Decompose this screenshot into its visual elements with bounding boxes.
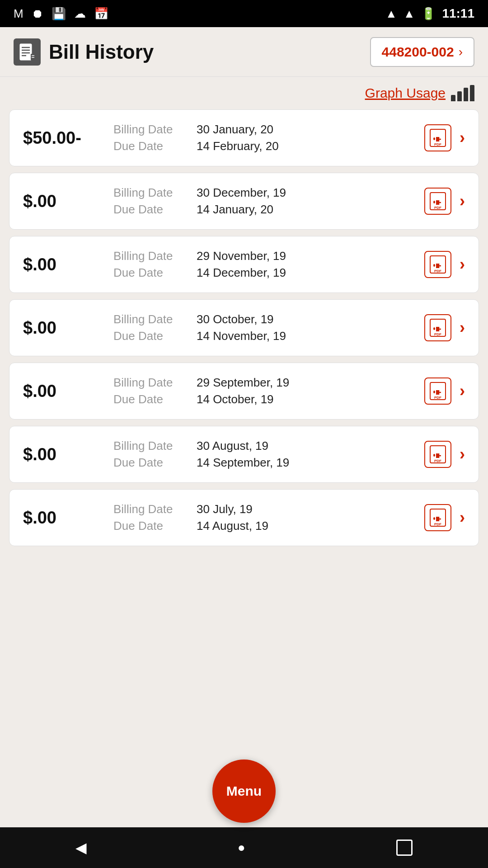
pdf-icon[interactable]: PDF: [424, 251, 451, 278]
status-icons-left: M ⏺ 💾 ☁ 📅: [14, 7, 108, 21]
signal-icon: ▲: [404, 7, 415, 21]
bill-actions: PDF ›: [424, 504, 465, 531]
bill-actions: PDF ›: [424, 251, 465, 278]
bar-chart-icon: [451, 85, 474, 101]
billing-date-value: 30 January, 20: [197, 123, 273, 137]
pdf-icon[interactable]: PDF: [424, 504, 451, 531]
bills-list: $50.00- Billing Date 30 January, 20 Due …: [0, 105, 488, 868]
bill-chevron-icon: ›: [460, 255, 465, 274]
bill-amount: $.00: [23, 445, 104, 464]
billing-date-row: Billing Date 29 September, 19: [113, 376, 415, 390]
pdf-icon[interactable]: PDF: [424, 188, 451, 215]
due-date-value: 14 February, 20: [197, 139, 279, 153]
billing-date-value: 29 November, 19: [197, 249, 286, 263]
recents-button[interactable]: [396, 840, 413, 856]
bill-card[interactable]: $.00 Billing Date 29 November, 19 Due Da…: [9, 236, 479, 293]
due-date-row: Due Date 14 January, 20: [113, 203, 415, 217]
svg-text:PDF: PDF: [434, 206, 441, 210]
billing-date-label: Billing Date: [113, 502, 190, 516]
due-date-label: Due Date: [113, 456, 190, 470]
billing-date-row: Billing Date 30 October, 19: [113, 312, 415, 326]
bill-card[interactable]: $.00 Billing Date 29 September, 19 Due D…: [9, 363, 479, 420]
svg-rect-5: [31, 54, 35, 60]
due-date-label: Due Date: [113, 392, 190, 406]
bill-dates: Billing Date 30 October, 19 Due Date 14 …: [104, 312, 424, 343]
due-date-row: Due Date 14 February, 20: [113, 139, 415, 153]
due-date-label: Due Date: [113, 203, 190, 217]
bill-card[interactable]: $.00 Billing Date 30 July, 19 Due Date 1…: [9, 489, 479, 546]
billing-date-row: Billing Date 29 November, 19: [113, 249, 415, 263]
header-left: Bill History: [14, 38, 154, 66]
due-date-value: 14 November, 19: [197, 329, 286, 343]
back-button[interactable]: ◀: [75, 839, 87, 856]
graph-usage-row: Graph Usage: [0, 77, 488, 105]
svg-text:PDF: PDF: [434, 396, 441, 400]
billing-date-row: Billing Date 30 January, 20: [113, 123, 415, 137]
billing-date-label: Billing Date: [113, 439, 190, 453]
bill-actions: PDF ›: [424, 441, 465, 468]
bill-card[interactable]: $.00 Billing Date 30 October, 19 Due Dat…: [9, 299, 479, 356]
header: Bill History 448200-002 ›: [0, 27, 488, 77]
due-date-row: Due Date 14 November, 19: [113, 329, 415, 343]
bill-amount: $.00: [23, 508, 104, 528]
bill-dates: Billing Date 29 November, 19 Due Date 14…: [104, 249, 424, 280]
bill-actions: PDF ›: [424, 124, 465, 151]
svg-text:PDF: PDF: [434, 142, 441, 146]
bar-3: [464, 88, 468, 101]
menu-button-label: Menu: [226, 783, 262, 799]
bill-card[interactable]: $50.00- Billing Date 30 January, 20 Due …: [9, 109, 479, 166]
pdf-icon[interactable]: PDF: [424, 377, 451, 405]
billing-date-value: 30 July, 19: [197, 502, 253, 516]
svg-rect-0: [20, 44, 32, 60]
due-date-row: Due Date 14 December, 19: [113, 266, 415, 280]
due-date-row: Due Date 14 August, 19: [113, 519, 415, 533]
bill-chevron-icon: ›: [460, 128, 465, 147]
due-date-row: Due Date 14 October, 19: [113, 392, 415, 406]
bill-dates: Billing Date 29 September, 19 Due Date 1…: [104, 376, 424, 406]
account-chevron-icon: ›: [459, 45, 463, 59]
due-date-value: 14 September, 19: [197, 456, 289, 470]
due-date-label: Due Date: [113, 266, 190, 280]
billing-date-label: Billing Date: [113, 186, 190, 200]
home-button[interactable]: ●: [238, 840, 245, 855]
record-icon: ⏺: [32, 7, 43, 21]
page-title: Bill History: [49, 41, 154, 63]
bill-chevron-icon: ›: [460, 382, 465, 401]
billing-date-row: Billing Date 30 December, 19: [113, 186, 415, 200]
cloud-icon: ☁: [74, 7, 86, 21]
billing-date-row: Billing Date 30 July, 19: [113, 502, 415, 516]
menu-button[interactable]: Menu: [212, 760, 276, 823]
bottom-nav: ◀ ●: [0, 827, 488, 868]
due-date-value: 14 December, 19: [197, 266, 286, 280]
bill-chevron-icon: ›: [460, 192, 465, 211]
bill-chevron-icon: ›: [460, 508, 465, 527]
account-number-button[interactable]: 448200-002 ›: [370, 37, 474, 67]
wifi-icon: ▲: [385, 7, 397, 21]
save-icon: 💾: [52, 7, 66, 21]
bill-dates: Billing Date 30 December, 19 Due Date 14…: [104, 186, 424, 217]
graph-usage-link[interactable]: Graph Usage: [365, 85, 446, 101]
due-date-value: 14 October, 19: [197, 392, 274, 406]
svg-text:PDF: PDF: [434, 332, 441, 336]
pdf-icon[interactable]: PDF: [424, 124, 451, 151]
bill-card[interactable]: $.00 Billing Date 30 December, 19 Due Da…: [9, 173, 479, 230]
account-number-text: 448200-002: [382, 44, 454, 60]
due-date-row: Due Date 14 September, 19: [113, 456, 415, 470]
due-date-value: 14 January, 20: [197, 203, 273, 217]
bill-amount: $.00: [23, 382, 104, 401]
due-date-label: Due Date: [113, 329, 190, 343]
bill-actions: PDF ›: [424, 377, 465, 405]
billing-date-value: 30 December, 19: [197, 186, 286, 200]
calendar-icon: 📅: [94, 7, 108, 21]
due-date-label: Due Date: [113, 139, 190, 153]
bill-amount: $.00: [23, 255, 104, 274]
pdf-icon[interactable]: PDF: [424, 314, 451, 341]
billing-date-label: Billing Date: [113, 312, 190, 326]
status-bar: M ⏺ 💾 ☁ 📅 ▲ ▲ 🔋 11:11: [0, 0, 488, 27]
bill-actions: PDF ›: [424, 188, 465, 215]
bar-1: [451, 95, 455, 101]
due-date-label: Due Date: [113, 519, 190, 533]
bill-dates: Billing Date 30 July, 19 Due Date 14 Aug…: [104, 502, 424, 533]
pdf-icon[interactable]: PDF: [424, 441, 451, 468]
bill-card[interactable]: $.00 Billing Date 30 August, 19 Due Date…: [9, 426, 479, 483]
